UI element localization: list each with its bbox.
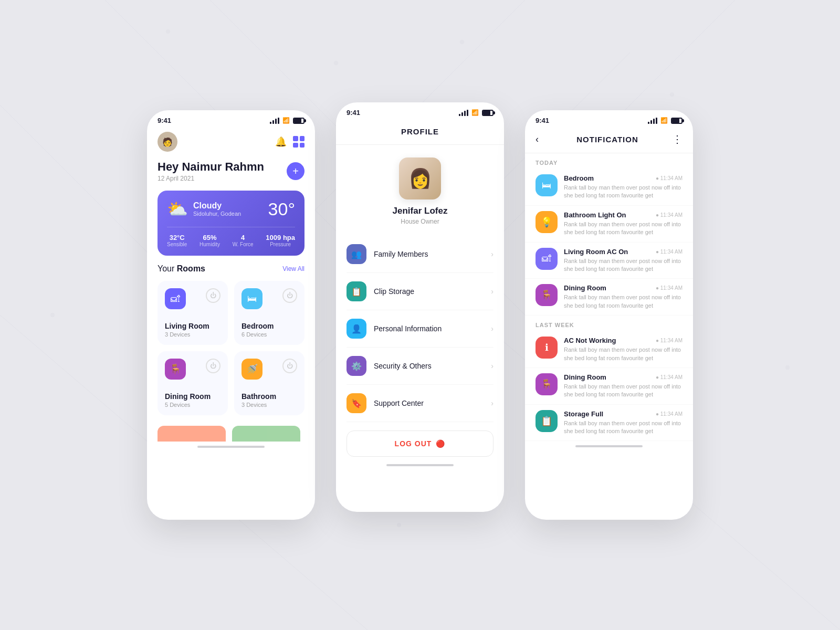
bathroom-power[interactable]: ⏻ bbox=[282, 359, 297, 373]
storage-notif-time: ● 11:34 AM bbox=[656, 411, 682, 417]
user-avatar[interactable]: 🧑 bbox=[158, 132, 177, 152]
view-all-button[interactable]: View All bbox=[282, 265, 304, 272]
bathroom-light-notif-name: Bathroom Light On bbox=[564, 211, 626, 219]
pressure-label: Pressure bbox=[266, 242, 295, 247]
clip-storage-icon: 📋 bbox=[346, 281, 366, 301]
weather-wforce: 4 W. Force bbox=[233, 234, 254, 247]
greeting-date: 12 April 2021 bbox=[158, 175, 264, 182]
living-room-devices: 3 Devices bbox=[165, 331, 220, 338]
grid-icon[interactable] bbox=[293, 136, 304, 148]
notif-ac-not-working[interactable]: ℹ AC Not Working ● 11:34 AM Rank tall bo… bbox=[525, 331, 693, 368]
notif-top-living-ac: Living Room AC On ● 11:34 AM bbox=[564, 248, 682, 256]
signal-icon bbox=[270, 118, 279, 124]
weather-pressure: 1009 hpa Pressure bbox=[266, 234, 295, 247]
add-button[interactable]: + bbox=[287, 162, 304, 180]
notif-storage-full[interactable]: 📋 Storage Full ● 11:34 AM Rank tall boy … bbox=[525, 405, 693, 442]
living-room-name: Living Room bbox=[165, 322, 220, 330]
header-actions: 🔔 bbox=[275, 136, 304, 148]
svg-point-13 bbox=[785, 365, 790, 370]
dining-room-devices: 5 Devices bbox=[165, 402, 220, 408]
wforce-value: 4 bbox=[233, 234, 254, 242]
living-ac-notif-desc: Rank tall boy man them over post now off… bbox=[564, 257, 682, 274]
notification-header: ‹ NOTIFICATION ⋮ bbox=[525, 128, 693, 153]
bathroom-icon: 🚿 bbox=[242, 359, 262, 380]
svg-point-10 bbox=[460, 40, 464, 44]
notif-top-ac: AC Not Working ● 11:34 AM bbox=[564, 337, 682, 344]
notif-dining-today[interactable]: 🪑 Dining Room ● 11:34 AM Rank tall boy m… bbox=[525, 279, 693, 316]
phone-header: 🧑 🔔 bbox=[147, 128, 315, 158]
dining-room-power[interactable]: ⏻ bbox=[206, 359, 220, 373]
dining-today-notif-content: Dining Room ● 11:34 AM Rank tall boy man… bbox=[564, 284, 682, 310]
battery-icon bbox=[293, 118, 304, 124]
wifi-icon-profile: 📶 bbox=[471, 109, 479, 116]
back-button[interactable]: ‹ bbox=[536, 134, 539, 145]
menu-item-clip[interactable]: 📋 Clip Storage › bbox=[346, 273, 494, 310]
bedroom-devices: 6 Devices bbox=[242, 331, 297, 338]
menu-item-family[interactable]: 👥 Family Members › bbox=[346, 236, 494, 273]
personal-info-icon: 👤 bbox=[346, 319, 366, 339]
dining-today-notif-name: Dining Room bbox=[564, 284, 606, 292]
room-card-dining[interactable]: 🪑 ⏻ Dining Room 5 Devices bbox=[158, 351, 228, 415]
notif-top-bedroom: Bedroom ● 11:34 AM bbox=[564, 174, 682, 182]
home-indicator-profile bbox=[386, 464, 454, 466]
greeting-section: Hey Naimur Rahmn 12 April 2021 + bbox=[147, 158, 315, 191]
profile-title: PROFILE bbox=[401, 127, 439, 136]
humidity-value: 65% bbox=[200, 234, 220, 242]
ac-notif-desc: Rank tall boy man them over post now off… bbox=[564, 346, 682, 362]
svg-point-14 bbox=[397, 523, 401, 527]
bell-icon[interactable]: 🔔 bbox=[275, 136, 287, 148]
menu-item-support[interactable]: 🔖 Support Center › bbox=[346, 385, 494, 422]
profile-menu: 👥 Family Members › 📋 Clip Storage › 👤 Pe… bbox=[336, 236, 504, 422]
menu-item-security[interactable]: ⚙️ Security & Others › bbox=[346, 348, 494, 385]
storage-notif-content: Storage Full ● 11:34 AM Rank tall boy ma… bbox=[564, 410, 682, 436]
dining-today-notif-desc: Rank tall boy man them over post now off… bbox=[564, 293, 682, 310]
signal-icon-notif bbox=[648, 118, 657, 124]
bathroom-devices: 3 Devices bbox=[242, 402, 297, 408]
weather-humidity: 65% Humidity bbox=[200, 234, 220, 247]
weather-stats: 32°C Sensible 65% Humidity 4 W. Force 10… bbox=[167, 227, 295, 247]
storage-notif-icon: 📋 bbox=[536, 410, 558, 432]
room-card-bedroom[interactable]: 🛏 ⏻ Bedroom 6 Devices bbox=[234, 281, 304, 345]
living-room-power[interactable]: ⏻ bbox=[206, 288, 220, 303]
phones-container: 9:41 📶 🧑 🔔 bbox=[147, 110, 693, 520]
bedroom-power[interactable]: ⏻ bbox=[282, 288, 297, 303]
rooms-grid: 🛋 ⏻ Living Room 3 Devices 🛏 ⏻ Bedroom 6 … bbox=[158, 281, 304, 415]
last-week-label: LAST WEEK bbox=[525, 316, 693, 331]
room-card-living[interactable]: 🛋 ⏻ Living Room 3 Devices bbox=[158, 281, 228, 345]
svg-point-12 bbox=[50, 313, 55, 317]
status-icons-profile: 📶 bbox=[459, 109, 494, 116]
notif-bedroom[interactable]: 🛏 Bedroom ● 11:34 AM Rank tall boy man t… bbox=[525, 169, 693, 206]
humidity-label: Humidity bbox=[200, 242, 220, 247]
profile-role: House Owner bbox=[401, 218, 439, 225]
notif-dining-lastweek[interactable]: 🪑 Dining Room ● 11:34 AM Rank tall boy m… bbox=[525, 368, 693, 405]
pressure-value: 1009 hpa bbox=[266, 234, 295, 242]
ac-notif-time: ● 11:34 AM bbox=[656, 338, 682, 343]
ac-notif-content: AC Not Working ● 11:34 AM Rank tall boy … bbox=[564, 337, 682, 362]
dining-room-name: Dining Room bbox=[165, 392, 220, 401]
menu-item-personal[interactable]: 👤 Personal Information › bbox=[346, 310, 494, 348]
room-card-bathroom[interactable]: 🚿 ⏻ Bathroom 3 Devices bbox=[234, 351, 304, 415]
bedroom-notif-time: ● 11:34 AM bbox=[656, 175, 682, 181]
weather-icon: ⛅ bbox=[167, 199, 188, 219]
dining-lastweek-notif-content: Dining Room ● 11:34 AM Rank tall boy man… bbox=[564, 373, 682, 399]
logout-label: LOG OUT bbox=[395, 439, 432, 448]
notif-bathroom-light[interactable]: 💡 Bathroom Light On ● 11:34 AM Rank tall… bbox=[525, 206, 693, 243]
security-label: Security & Others bbox=[374, 362, 432, 370]
rooms-section: Your Rooms View All 🛋 ⏻ Living Room 3 De… bbox=[147, 256, 315, 419]
weather-sensible: 32°C Sensible bbox=[167, 234, 187, 247]
room-card-top-bathroom: 🚿 ⏻ bbox=[242, 359, 297, 380]
weather-temperature: 30° bbox=[268, 199, 295, 219]
profile-name: Jenifar Lofez bbox=[393, 206, 448, 216]
room-card-top-dining: 🪑 ⏻ bbox=[165, 359, 220, 380]
notif-living-ac[interactable]: 🛋 Living Room AC On ● 11:34 AM Rank tall… bbox=[525, 243, 693, 279]
more-options-icon[interactable]: ⋮ bbox=[672, 133, 682, 145]
clip-storage-label: Clip Storage bbox=[374, 287, 414, 296]
logout-button[interactable]: LOG OUT 🔴 bbox=[346, 430, 494, 457]
living-ac-notif-name: Living Room AC On bbox=[564, 248, 628, 256]
bathroom-light-notif-icon: 💡 bbox=[536, 211, 558, 233]
arrow-icon-2: › bbox=[491, 287, 494, 296]
bathroom-light-notif-desc: Rank tall boy man them over post now off… bbox=[564, 220, 682, 237]
bedroom-notif-content: Bedroom ● 11:34 AM Rank tall boy man the… bbox=[564, 174, 682, 200]
ac-notif-name: AC Not Working bbox=[564, 337, 616, 344]
dining-lastweek-notif-icon: 🪑 bbox=[536, 373, 558, 395]
